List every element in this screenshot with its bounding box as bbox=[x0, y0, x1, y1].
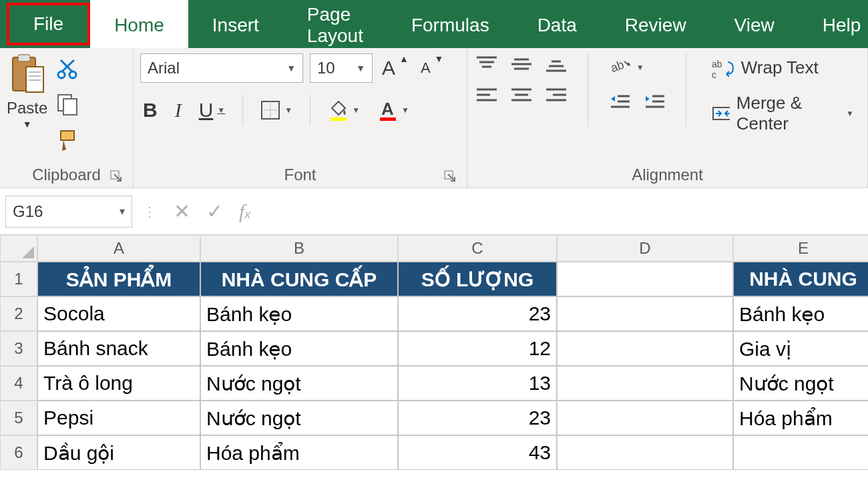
row-header[interactable]: 3 bbox=[0, 331, 37, 366]
cell[interactable]: NHÀ CUNG CẤP bbox=[200, 262, 398, 296]
ribbon-body: Paste ▼ bbox=[0, 48, 868, 188]
align-top-button[interactable] bbox=[474, 53, 499, 75]
cell[interactable]: 43 bbox=[398, 435, 557, 470]
cell[interactable]: 23 bbox=[398, 296, 557, 331]
cell[interactable]: Dầu gội bbox=[37, 435, 200, 470]
tab-review[interactable]: Review bbox=[601, 0, 710, 48]
row-header[interactable]: 5 bbox=[0, 401, 37, 435]
merge-center-button[interactable]: Merge & Center ▼ bbox=[705, 89, 861, 138]
cut-button[interactable] bbox=[55, 57, 82, 81]
cell[interactable]: Bánh kẹo bbox=[200, 331, 398, 366]
italic-button[interactable]: I bbox=[172, 96, 184, 124]
underline-button[interactable]: U ▼ bbox=[196, 96, 228, 124]
cell[interactable]: SẢN PHẨM bbox=[37, 262, 200, 296]
align-middle-button[interactable] bbox=[509, 53, 534, 75]
group-label-alignment: Alignment bbox=[632, 166, 703, 184]
chevron-down-icon: ▼ bbox=[356, 63, 365, 73]
cell[interactable] bbox=[557, 366, 733, 401]
row-header[interactable]: 4 bbox=[0, 366, 37, 401]
cell[interactable]: Nước ngọt bbox=[200, 366, 398, 401]
font-name-combo[interactable]: Arial ▼ bbox=[140, 53, 303, 83]
cell[interactable] bbox=[557, 262, 733, 296]
cell[interactable]: Hóa phẩm bbox=[200, 435, 398, 470]
paste-button[interactable]: Paste ▼ bbox=[7, 53, 47, 130]
chevron-down-icon: ▼ bbox=[217, 105, 225, 115]
increase-indent-icon bbox=[644, 93, 664, 111]
col-header[interactable]: D bbox=[557, 235, 733, 262]
merge-icon bbox=[712, 103, 730, 124]
svg-text:c: c bbox=[712, 69, 716, 78]
decrease-indent-button[interactable] bbox=[607, 91, 632, 113]
row-header[interactable]: 6 bbox=[0, 435, 37, 470]
clipboard-launcher[interactable] bbox=[110, 170, 122, 182]
wrap-text-button[interactable]: abc Wrap Text bbox=[705, 53, 861, 82]
tab-home[interactable]: Home bbox=[90, 0, 188, 48]
cell[interactable]: SỐ LƯỢNG bbox=[398, 262, 557, 296]
font-color-button[interactable]: A ▼ bbox=[375, 96, 412, 124]
tab-formulas[interactable]: Formulas bbox=[387, 0, 513, 48]
increase-font-button[interactable]: A▲ bbox=[379, 54, 411, 82]
cell[interactable]: Pepsi bbox=[37, 401, 200, 435]
cell[interactable]: Bánh snack bbox=[37, 331, 200, 366]
cell[interactable]: 23 bbox=[398, 401, 557, 435]
font-launcher[interactable] bbox=[444, 170, 456, 182]
cell[interactable]: Bánh kẹo bbox=[200, 296, 398, 331]
align-center-button[interactable] bbox=[509, 84, 534, 105]
tab-page-layout[interactable]: Page Layout bbox=[283, 0, 387, 48]
enter-formula-button[interactable]: ✓ bbox=[206, 200, 223, 223]
font-size-combo[interactable]: 10 ▼ bbox=[310, 53, 373, 83]
col-header[interactable]: E bbox=[733, 235, 868, 262]
row-header[interactable]: 2 bbox=[0, 296, 37, 331]
tab-data[interactable]: Data bbox=[513, 0, 601, 48]
chevron-down-icon: ▼ bbox=[401, 105, 409, 115]
cell[interactable]: Nước ngọt bbox=[733, 366, 868, 401]
borders-button[interactable]: ▼ bbox=[258, 97, 295, 123]
svg-text:A: A bbox=[381, 99, 394, 119]
name-box[interactable]: G16 ▾ bbox=[5, 196, 132, 228]
cell[interactable]: Gia vị bbox=[733, 331, 868, 366]
cell[interactable] bbox=[557, 296, 733, 331]
select-all-corner[interactable] bbox=[0, 235, 37, 262]
col-header[interactable]: B bbox=[200, 235, 398, 262]
cell[interactable]: Bánh kẹo bbox=[733, 296, 868, 331]
copy-button[interactable] bbox=[55, 92, 82, 116]
decrease-font-button[interactable]: A▼ bbox=[418, 57, 447, 79]
svg-point-7 bbox=[69, 71, 76, 78]
orientation-button[interactable]: ab ▼ bbox=[607, 53, 667, 81]
group-font: Arial ▼ 10 ▼ A▲ A▼ B I U ▼ ▼ bbox=[134, 48, 467, 188]
cell[interactable]: Nước ngọt bbox=[200, 401, 398, 435]
col-header[interactable]: A bbox=[37, 235, 200, 262]
cell[interactable] bbox=[557, 401, 733, 435]
cell[interactable]: NHÀ CUNG bbox=[733, 262, 868, 296]
tab-view[interactable]: View bbox=[710, 0, 799, 48]
svg-text:ab: ab bbox=[712, 59, 722, 69]
cell[interactable]: Socola bbox=[37, 296, 200, 331]
chevron-down-icon: ▾ bbox=[120, 205, 125, 218]
tab-insert[interactable]: Insert bbox=[188, 0, 283, 48]
align-right-button[interactable] bbox=[544, 84, 569, 105]
align-left-button[interactable] bbox=[474, 84, 499, 105]
tab-file[interactable]: File bbox=[7, 3, 90, 45]
insert-function-button[interactable]: fx bbox=[239, 200, 250, 223]
cell[interactable]: Trà ô long bbox=[37, 366, 200, 401]
format-painter-button[interactable] bbox=[55, 127, 82, 154]
cell[interactable]: 12 bbox=[398, 331, 557, 366]
cell[interactable] bbox=[557, 435, 733, 470]
cell[interactable] bbox=[733, 435, 868, 470]
tab-help[interactable]: Help bbox=[799, 0, 868, 48]
cell[interactable]: Hóa phẩm bbox=[733, 401, 868, 435]
align-bottom-icon bbox=[546, 56, 566, 72]
cell[interactable] bbox=[557, 331, 733, 366]
clipboard-icon bbox=[9, 53, 46, 96]
cancel-formula-button[interactable]: ✕ bbox=[174, 200, 190, 223]
fn-expand[interactable]: ⋮ bbox=[138, 204, 162, 220]
col-header[interactable]: C bbox=[398, 235, 557, 262]
row-header[interactable]: 1 bbox=[0, 262, 37, 296]
fill-color-button[interactable]: ▼ bbox=[325, 96, 363, 124]
formula-input[interactable] bbox=[262, 196, 868, 228]
chevron-down-icon[interactable]: ▼ bbox=[23, 119, 32, 130]
cell[interactable]: 13 bbox=[398, 366, 557, 401]
increase-indent-button[interactable] bbox=[642, 91, 667, 113]
align-bottom-button[interactable] bbox=[544, 53, 569, 75]
bold-button[interactable]: B bbox=[140, 96, 160, 124]
